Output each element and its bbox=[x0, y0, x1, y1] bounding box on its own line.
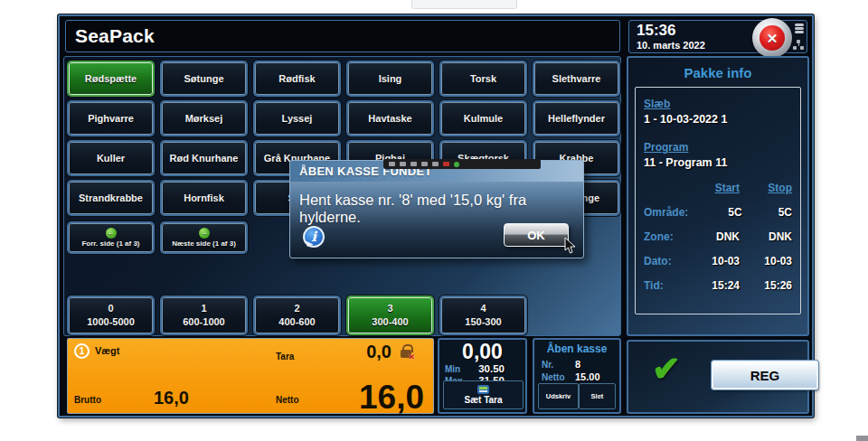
grade-range: 1000-5000 bbox=[87, 316, 135, 328]
grade-range: 300-400 bbox=[372, 316, 408, 328]
species-button[interactable]: Ising bbox=[348, 62, 432, 95]
next-page-label: Næste side (1 af 3) bbox=[172, 239, 236, 248]
start-header: Start bbox=[684, 182, 740, 194]
nr-label: Nr. bbox=[542, 360, 553, 370]
recorder-icon bbox=[421, 162, 428, 166]
species-button[interactable]: Slethvarre bbox=[534, 62, 618, 95]
pakke-info-box: Slæb 1 - 10-03-2022 1 Program 11 - Progr… bbox=[635, 87, 801, 314]
open-netto-value: 15.00 bbox=[575, 371, 600, 382]
netto-label: Netto bbox=[276, 395, 299, 405]
grade-button-0[interactable]: 0 1000-5000 bbox=[69, 297, 153, 333]
prev-page-label: Forr. side (1 af 3) bbox=[81, 239, 139, 248]
row-label: Område: bbox=[644, 206, 688, 219]
species-button[interactable]: Søtunge bbox=[162, 62, 246, 95]
row-label: Zone: bbox=[644, 230, 684, 243]
arrow-right-icon: → bbox=[199, 228, 210, 239]
recorder-icon bbox=[400, 162, 406, 166]
species-button[interactable]: Strandkrabbe bbox=[69, 182, 153, 214]
species-button[interactable]: Kulmule bbox=[441, 102, 525, 135]
clock-time: 15:36 bbox=[637, 22, 675, 40]
species-button[interactable]: Hornfisk bbox=[162, 182, 246, 214]
species-button[interactable]: Helleflynder bbox=[534, 102, 618, 135]
min-label: Min bbox=[445, 364, 460, 374]
recorder-icon bbox=[389, 162, 395, 166]
grade-range: 150-300 bbox=[465, 316, 501, 328]
pakke-info-title: Pakke info bbox=[628, 65, 807, 80]
check-icon: ✔ bbox=[652, 349, 681, 389]
screen: SeaPack 15:36 10. marts 2022 ✕ Rødspætte… bbox=[0, 0, 868, 441]
row-start-value: 5C bbox=[688, 206, 741, 219]
row-start-value: 15:24 bbox=[684, 279, 740, 292]
row-stop-value: DNK bbox=[740, 230, 792, 243]
vaegt-label: Vægt bbox=[95, 345, 120, 356]
omrade-row: Område: 5C 5C bbox=[644, 206, 792, 219]
grade-num: 0 bbox=[108, 303, 113, 314]
species-button[interactable]: Torsk bbox=[441, 62, 525, 95]
dato-row: Dato: 10-03 10-03 bbox=[644, 255, 792, 267]
saet-tara-label: Sæt Tara bbox=[464, 395, 502, 405]
saet-tara-button[interactable]: Sæt Tara bbox=[443, 380, 524, 409]
brutto-label: Brutto bbox=[74, 395, 101, 405]
brutto-value: 16,0 bbox=[154, 388, 189, 408]
species-button[interactable]: Rødfisk bbox=[255, 62, 339, 95]
open-box-dialog: ÅBEN KASSE FUNDET Hent kasse nr. '8' med… bbox=[289, 160, 584, 258]
reg-button[interactable]: REG bbox=[712, 361, 818, 389]
reg-panel: ✔ REG bbox=[627, 340, 809, 414]
ok-button[interactable]: OK bbox=[504, 223, 569, 247]
scale-number-badge: 1 bbox=[74, 343, 90, 359]
close-icon: ✕ bbox=[760, 25, 785, 51]
tid-row: Tid: 15:24 15:26 bbox=[644, 279, 792, 292]
recorder-record-icon bbox=[443, 162, 449, 166]
grade-button-1[interactable]: 1 600-1000 bbox=[162, 297, 246, 333]
open-box-title: Åben kasse bbox=[534, 342, 619, 355]
dialog-message: Hent kasse nr. '8' med '15,0 kg' fra hyl… bbox=[299, 192, 580, 226]
netto-value: 16,0 bbox=[359, 379, 424, 417]
info-icon: i bbox=[303, 226, 325, 248]
clock-box: 15:36 10. marts 2022 ✕ bbox=[628, 20, 807, 53]
close-button[interactable]: ✕ bbox=[752, 18, 792, 58]
top-overlay-strip bbox=[411, 0, 517, 9]
min-value: 30.50 bbox=[478, 363, 505, 374]
app-title-bar: SeaPack bbox=[65, 20, 620, 52]
recorder-status-icon bbox=[454, 162, 459, 167]
lock-x-glyph: ✕ bbox=[408, 353, 415, 361]
species-button[interactable]: Havtaske bbox=[348, 102, 432, 135]
open-box-panel: Åben kasse Nr. 8 Netto 15.00 Udskriv Sle… bbox=[533, 338, 621, 414]
tara-lock-icon: ✕ bbox=[401, 350, 411, 358]
prev-page-button[interactable]: ← Forr. side (1 af 3) bbox=[69, 223, 153, 252]
network-icon bbox=[793, 40, 805, 51]
slaeb-link[interactable]: Slæb bbox=[644, 98, 670, 110]
grade-num: 2 bbox=[294, 303, 299, 314]
info-glyph: i bbox=[311, 229, 316, 245]
recorder-icon bbox=[432, 162, 439, 166]
weight-display-panel: 1 Vægt Tara 0,0 ✕ Brutto 16,0 Netto 16,0 bbox=[67, 338, 434, 414]
species-button[interactable]: Rødspætte bbox=[69, 62, 153, 95]
grade-num: 3 bbox=[387, 303, 392, 314]
grade-button-2[interactable]: 2 400-600 bbox=[255, 297, 339, 333]
slet-button[interactable]: Slet bbox=[579, 383, 616, 409]
grade-num: 1 bbox=[201, 303, 206, 314]
row-start-value: DNK bbox=[684, 230, 740, 243]
row-stop-value: 15:26 bbox=[740, 279, 792, 292]
species-button[interactable]: Pighvarre bbox=[69, 102, 153, 135]
tara-label: Tara bbox=[276, 352, 294, 361]
grade-button-3[interactable]: 3 300-400 bbox=[348, 297, 432, 333]
row-label: Tid: bbox=[644, 279, 684, 292]
arrow-left-icon: ← bbox=[106, 228, 117, 239]
clock-date: 10. marts 2022 bbox=[637, 40, 705, 51]
species-button[interactable]: Kuller bbox=[69, 142, 153, 174]
grade-num: 4 bbox=[480, 303, 486, 314]
species-button[interactable]: Mørksej bbox=[162, 102, 246, 135]
grade-range: 600-1000 bbox=[183, 316, 225, 328]
mouse-cursor-icon bbox=[564, 237, 576, 254]
udskriv-button[interactable]: Udskriv bbox=[538, 383, 579, 409]
grade-button-4[interactable]: 4 150-300 bbox=[441, 297, 525, 333]
row-start-value: 10-03 bbox=[684, 255, 740, 267]
recorder-icon bbox=[410, 162, 417, 166]
corner-overlay-chip bbox=[856, 436, 868, 441]
species-button[interactable]: Lyssej bbox=[255, 102, 339, 135]
open-netto-label: Netto bbox=[542, 372, 565, 382]
next-page-button[interactable]: → Næste side (1 af 3) bbox=[162, 223, 246, 252]
program-link[interactable]: Program bbox=[644, 141, 688, 154]
species-button[interactable]: Rød Knurhane bbox=[162, 142, 246, 174]
